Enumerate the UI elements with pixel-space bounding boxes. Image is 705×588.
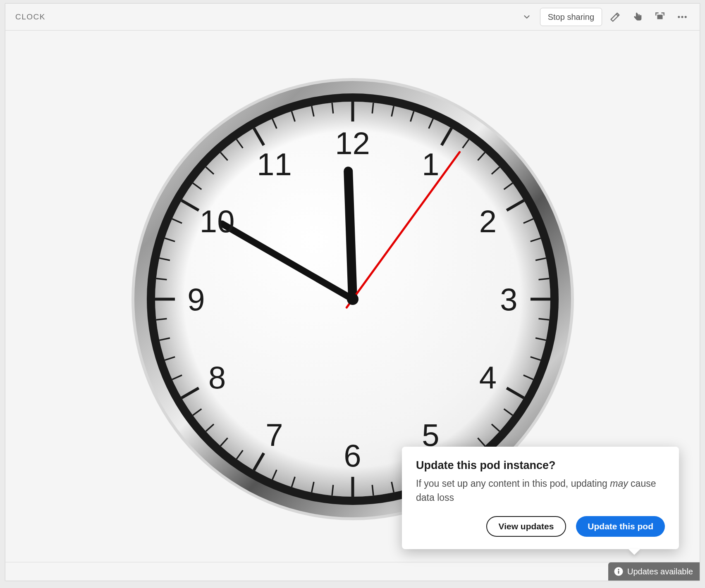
update-popover: Update this pod instance? If you set up …	[402, 447, 679, 549]
clock-numeral: 11	[257, 146, 292, 182]
clock-numeral: 12	[335, 125, 370, 161]
clock-pod: CLOCK Stop sharing	[5, 3, 700, 581]
chevron-down-icon	[522, 12, 531, 21]
hand-pointer-icon	[632, 11, 643, 23]
pod-canvas: 121234567891011 Update this pod instance…	[5, 31, 700, 581]
fullscreen-icon	[655, 12, 665, 22]
popover-arrow	[629, 549, 640, 555]
clock-numeral: 9	[187, 281, 205, 317]
clock-numeral: 3	[500, 281, 517, 317]
more-options-button[interactable]	[673, 8, 691, 26]
clock-numeral: 4	[479, 359, 497, 395]
svg-rect-0	[657, 15, 663, 19]
popover-body: If you set up any content in this pod, u…	[416, 477, 665, 505]
svg-point-3	[685, 16, 687, 18]
svg-point-2	[681, 16, 683, 18]
view-updates-button[interactable]: View updates	[486, 516, 566, 537]
stop-sharing-button[interactable]: Stop sharing	[540, 8, 602, 26]
pod-menu-dropdown[interactable]	[518, 8, 536, 26]
pointer-tool-button[interactable]	[629, 8, 647, 26]
fullscreen-button[interactable]	[651, 8, 669, 26]
pod-title: CLOCK	[15, 12, 45, 21]
svg-point-75	[618, 569, 619, 570]
more-horizontal-icon	[676, 11, 688, 23]
pod-footer-divider	[5, 562, 700, 562]
svg-rect-76	[618, 571, 619, 574]
clock-numeral: 6	[344, 438, 361, 474]
popover-actions: View updates Update this pod	[416, 516, 665, 537]
stop-sharing-label: Stop sharing	[548, 12, 594, 22]
pencil-icon	[609, 11, 621, 23]
clock-numeral: 2	[479, 203, 497, 239]
updates-available-label: Updates available	[627, 567, 693, 576]
updates-available-chip[interactable]: Updates available	[608, 562, 700, 581]
popover-title: Update this pod instance?	[416, 459, 665, 472]
update-this-pod-button[interactable]: Update this pod	[576, 516, 665, 537]
clock-numeral: 1	[422, 146, 439, 182]
clock-numeral: 8	[208, 359, 226, 395]
clock-numeral: 10	[200, 203, 235, 239]
draw-tool-button[interactable]	[606, 8, 624, 26]
svg-point-1	[678, 16, 680, 18]
pod-titlebar: CLOCK Stop sharing	[5, 4, 700, 31]
clock-numeral: 7	[265, 417, 283, 452]
info-icon	[614, 567, 623, 576]
